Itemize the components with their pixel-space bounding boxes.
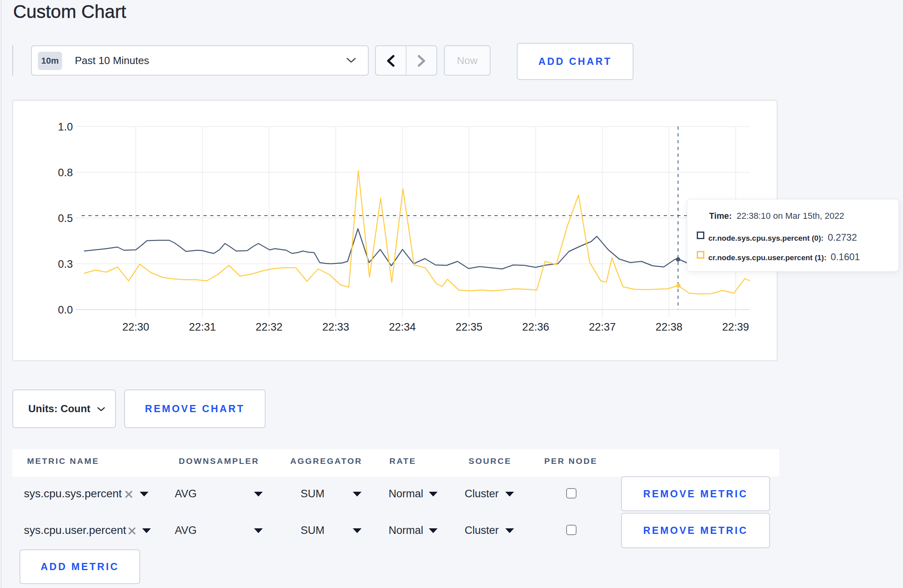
- svg-text:22:38: 22:38: [655, 321, 682, 333]
- svg-text:22:31: 22:31: [189, 321, 216, 333]
- svg-text:22:37: 22:37: [589, 321, 616, 333]
- svg-text:22:39: 22:39: [722, 321, 749, 333]
- svg-text:22:35: 22:35: [455, 321, 483, 333]
- svg-text:22:32: 22:32: [256, 321, 283, 333]
- svg-text:22:34: 22:34: [389, 321, 416, 333]
- svg-text:22:30: 22:30: [122, 321, 149, 333]
- svg-text:0.8: 0.8: [58, 167, 73, 179]
- svg-text:0.5: 0.5: [58, 212, 73, 224]
- svg-text:1.0: 1.0: [58, 121, 73, 133]
- svg-text:22:33: 22:33: [322, 321, 349, 333]
- svg-text:22:36: 22:36: [522, 321, 549, 333]
- svg-text:0.3: 0.3: [58, 258, 73, 270]
- svg-text:0.0: 0.0: [58, 304, 73, 316]
